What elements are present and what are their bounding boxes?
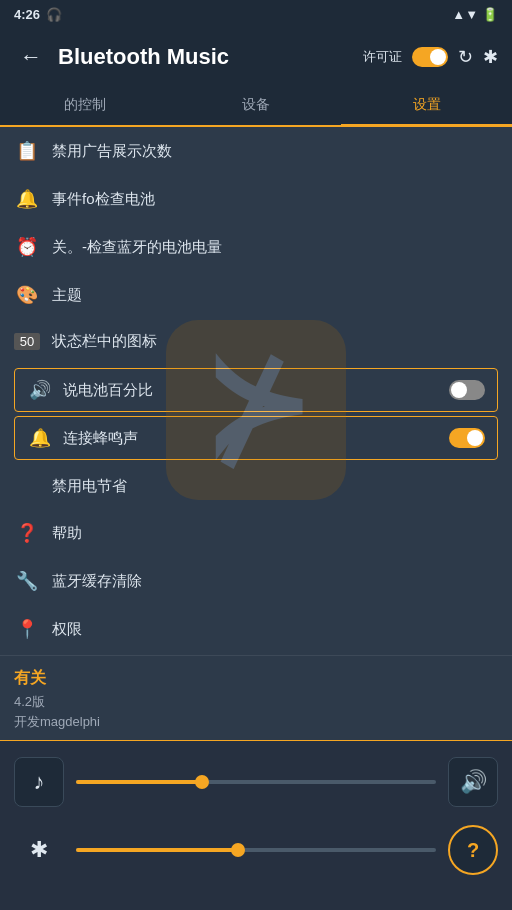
bt-slider-track[interactable] (76, 848, 436, 852)
setting-battery-percent[interactable]: 🔊 说电池百分比 (14, 368, 498, 412)
tab-device[interactable]: 设备 (171, 86, 342, 127)
setting-status-icon[interactable]: 50 状态栏中的图标 (0, 319, 512, 364)
player-row-2: ✱ ? (14, 825, 498, 875)
setting-help[interactable]: ❓ 帮助 (0, 509, 512, 557)
tab-settings[interactable]: 设置 (341, 86, 512, 127)
setting-permissions[interactable]: 📍 权限 (0, 605, 512, 653)
connect-beep-toggle[interactable] (449, 428, 485, 448)
page-title: Bluetooth Music (58, 44, 353, 70)
bottom-player: ♪ 🔊 ✱ ? (0, 740, 512, 910)
header: ← Bluetooth Music 许可证 ↻ ✱ (0, 28, 512, 86)
help-circle-button[interactable]: ? (448, 825, 498, 875)
player-row-1: ♪ 🔊 (14, 757, 498, 807)
header-actions: 许可证 ↻ ✱ (363, 46, 498, 68)
volume-slider-fill (76, 780, 202, 784)
status-bar: 4:26 🎧 ▲▼ 🔋 (0, 0, 512, 28)
back-button[interactable]: ← (14, 42, 48, 72)
battery-percent-toggle[interactable] (449, 380, 485, 400)
bluetooth-player-icon: ✱ (14, 837, 64, 863)
refresh-icon[interactable]: ↻ (458, 46, 473, 68)
speaker-icon: 🔊 (27, 379, 53, 401)
signal-icon: ▲▼ (452, 7, 478, 22)
setting-disable-ads[interactable]: 📋 禁用广告展示次数 (0, 127, 512, 175)
help-circle-icon: ? (467, 839, 479, 862)
setting-disable-power[interactable]: 禁用电节省 (0, 464, 512, 509)
bt-slider-fill (76, 848, 238, 852)
volume-button[interactable]: 🔊 (448, 757, 498, 807)
location-icon: 📍 (14, 618, 40, 640)
status-left: 4:26 🎧 (14, 7, 62, 22)
ads-icon: 📋 (14, 140, 40, 162)
bt-slider-thumb (231, 843, 245, 857)
statusbar-icon: 50 (14, 333, 40, 350)
about-title: 有关 (14, 668, 498, 689)
battery-icon: 🔋 (482, 7, 498, 22)
divider (0, 655, 512, 656)
toggle-knob (430, 49, 446, 65)
toggle-knob-2 (451, 382, 467, 398)
volume-slider-track[interactable] (76, 780, 436, 784)
headphones-icon: 🎧 (46, 7, 62, 22)
volume-slider-thumb (195, 775, 209, 789)
setting-bt-cache[interactable]: 🔧 蓝牙缓存清除 (0, 557, 512, 605)
settings-content: 📋 禁用广告展示次数 🔔 事件fo检查电池 ⏰ 关。-检查蓝牙的电池电量 🎨 主… (0, 127, 512, 737)
music-note-button[interactable]: ♪ (14, 757, 64, 807)
toggle-knob-3 (467, 430, 483, 446)
clock-icon: ⏰ (14, 236, 40, 258)
permission-toggle[interactable] (412, 47, 448, 67)
permission-label: 许可证 (363, 48, 402, 66)
music-note-icon: ♪ (34, 769, 45, 795)
about-section: 有关 4.2版 开发magdelphi (0, 658, 512, 737)
bell-icon: 🔔 (27, 427, 53, 449)
setting-event-battery[interactable]: 🔔 事件fo检查电池 (0, 175, 512, 223)
about-developer: 开发magdelphi (14, 713, 498, 731)
event-icon: 🔔 (14, 188, 40, 210)
setting-connect-beep[interactable]: 🔔 连接蜂鸣声 (14, 416, 498, 460)
volume-icon: 🔊 (460, 769, 487, 795)
bluetooth-header-icon[interactable]: ✱ (483, 46, 498, 68)
status-time: 4:26 (14, 7, 40, 22)
setting-theme[interactable]: 🎨 主题 (0, 271, 512, 319)
status-right: ▲▼ 🔋 (452, 7, 498, 22)
help-icon: ❓ (14, 522, 40, 544)
setting-check-bt-battery[interactable]: ⏰ 关。-检查蓝牙的电池电量 (0, 223, 512, 271)
theme-icon: 🎨 (14, 284, 40, 306)
wrench-icon: 🔧 (14, 570, 40, 592)
about-version: 4.2版 (14, 693, 498, 711)
tab-controls[interactable]: 的控制 (0, 86, 171, 127)
tabs: 的控制 设备 设置 (0, 86, 512, 127)
